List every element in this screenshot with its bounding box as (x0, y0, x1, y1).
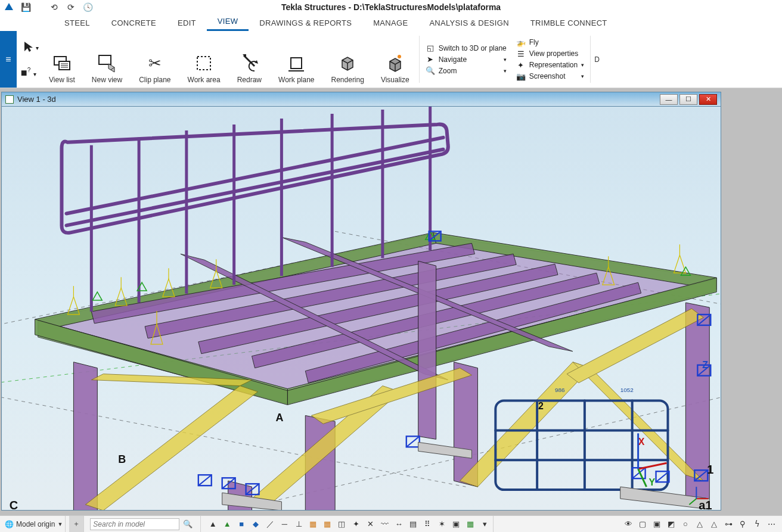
sel-box2-icon[interactable]: ▣ (651, 518, 663, 530)
tab-analysis[interactable]: ANALYSIS & DESIGN (418, 16, 519, 31)
svg-text:Y: Y (649, 477, 656, 487)
ribbon-redraw[interactable]: Redraw (229, 31, 270, 88)
ribbon-clip-plane[interactable]: ✂ Clip plane (131, 31, 179, 88)
properties-icon: ☰ (516, 49, 526, 58)
svg-text:C: C (10, 499, 18, 510)
search-input[interactable] (90, 518, 179, 530)
sel-box1-icon[interactable]: ▢ (637, 518, 648, 530)
snap-slash-icon[interactable]: ／ (264, 518, 276, 530)
snap-axis-icon[interactable]: ✶ (436, 518, 448, 530)
select-filter-icon[interactable]: ■? ▾ (21, 67, 36, 79)
svg-marker-29 (73, 362, 97, 510)
sel-circle-icon[interactable]: ○ (679, 518, 691, 530)
representation-button[interactable]: ✦Representation▾ (516, 60, 584, 70)
sel-box3-icon[interactable]: ◩ (665, 518, 677, 530)
work-plane-icon (286, 53, 306, 73)
undo-icon[interactable]: ⟲ (49, 2, 60, 13)
view-minimize-button[interactable]: — (660, 94, 678, 105)
snap-grid1-icon[interactable]: ▦ (307, 518, 319, 530)
camera-icon: 📷 (516, 71, 526, 81)
view-list-label: View list (49, 76, 75, 84)
svg-text:986: 986 (555, 387, 565, 393)
fly-button[interactable]: 🚁Fly (516, 38, 584, 47)
view-close-button[interactable]: ✕ (699, 94, 717, 105)
sel-warn-icon[interactable]: △ (708, 518, 720, 530)
screenshot-button[interactable]: 📷Screenshot▾ (516, 71, 584, 81)
app-title: Tekla Structures - D:\TeklaStructuresMod… (281, 2, 501, 12)
snap-tri-icon[interactable]: ▲ (221, 518, 233, 530)
svg-text:B: B (118, 453, 126, 465)
view-list-icon (52, 53, 72, 73)
snap-curve-icon[interactable]: 〰 (378, 518, 390, 530)
svg-text:A: A (275, 412, 283, 424)
snap-misc1-icon[interactable]: ◫ (336, 518, 347, 530)
ribbon-sidecol-1: ◱Switch to 3D or plane ➤Navigate▾ 🔍Zoom▾ (421, 31, 511, 88)
snap-table-icon[interactable]: ▤ (407, 518, 419, 530)
clip-plane-label: Clip plane (139, 76, 170, 84)
svg-line-43 (66, 150, 443, 226)
snap-cross-icon[interactable]: ✕ (364, 518, 376, 530)
zoom-icon: 🔍 (426, 66, 435, 76)
ribbon-truncated: D (592, 31, 602, 88)
tab-steel[interactable]: STEEL (54, 16, 101, 31)
fly-icon: 🚁 (516, 38, 526, 47)
tab-concrete[interactable]: CONCRETE (101, 16, 167, 31)
svg-line-80 (638, 463, 667, 469)
view-canvas[interactable]: 986 1052 (2, 107, 721, 510)
zoom-button[interactable]: 🔍Zoom▾ (426, 66, 507, 76)
work-plane-label: Work plane (278, 76, 314, 84)
snap-misc2-icon[interactable]: ✦ (350, 518, 362, 530)
sel-misc-icon[interactable]: ⋯ (765, 518, 777, 530)
ribbon-new-view[interactable]: New view (83, 31, 131, 88)
snap-dots-icon[interactable]: ⠿ (421, 518, 433, 530)
sel-weld-icon[interactable]: ϟ (751, 518, 763, 530)
selection-toolbar: 👁 ▢ ▣ ◩ ○ △ △ ⊶ ⚲ ϟ ⋯ (620, 516, 780, 532)
workspace: View 1 - 3d — ☐ ✕ (0, 88, 782, 515)
view-maximize-button[interactable]: ☐ (679, 94, 697, 105)
tab-view[interactable]: VIEW (207, 14, 249, 31)
svg-text:1: 1 (707, 463, 713, 476)
eye-icon[interactable]: 👁 (622, 518, 634, 530)
cursor-icon[interactable]: ▾ (22, 40, 35, 56)
snap-dim-icon[interactable]: ↔ (393, 518, 405, 530)
switch-3d-button[interactable]: ◱Switch to 3D or plane (426, 43, 507, 53)
ribbon-side-handle[interactable]: ≡ (0, 31, 17, 88)
navigate-button[interactable]: ➤Navigate▾ (426, 55, 507, 64)
quick-selection-col: ▾ ■? ▾ (17, 31, 41, 88)
tab-drawings[interactable]: DRAWINGS & REPORTS (249, 16, 362, 31)
snap-ortho-icon[interactable]: ⊥ (293, 518, 305, 530)
add-button[interactable]: ＋ (69, 516, 84, 532)
tab-manage[interactable]: MANAGE (362, 16, 418, 31)
ribbon-work-plane[interactable]: Work plane (270, 31, 322, 88)
ribbon-rendering[interactable]: Rendering (323, 31, 373, 88)
snap-green-grid-icon[interactable]: ▦ (464, 518, 476, 530)
sel-bolt-icon[interactable]: ⚲ (737, 518, 749, 530)
redraw-label: Redraw (237, 76, 262, 84)
ribbon-visualize[interactable]: Visualize (373, 31, 418, 88)
save-icon[interactable]: 💾 (20, 2, 31, 13)
svg-rect-7 (291, 58, 302, 69)
snap-more-icon[interactable]: ▾ (479, 518, 491, 530)
sel-node-icon[interactable]: ⊶ (722, 518, 734, 530)
ribbon-work-area[interactable]: Work area (179, 31, 229, 88)
tab-edit[interactable]: EDIT (167, 16, 207, 31)
view-titlebar[interactable]: View 1 - 3d — ☐ ✕ (2, 92, 721, 107)
snap-rgb-icon[interactable]: ▣ (450, 518, 462, 530)
history-icon[interactable]: 🕓 (82, 2, 93, 13)
search-icon[interactable]: 🔍 (182, 518, 194, 530)
tab-trimble[interactable]: TRIMBLE CONNECT (520, 16, 618, 31)
view-properties-button[interactable]: ☰View properties (516, 49, 584, 58)
redo-icon[interactable]: ⟳ (66, 2, 76, 13)
snap-line-icon[interactable]: ─ (278, 518, 290, 530)
ribbon-view-list[interactable]: View list (41, 31, 83, 88)
cursor-tool-icon[interactable]: ▲ (207, 518, 219, 530)
snap-square-icon[interactable]: ■ (235, 518, 247, 530)
svg-marker-31 (418, 261, 436, 439)
snap-diamond-icon[interactable]: ◆ (250, 518, 262, 530)
sel-tri-icon[interactable]: △ (694, 518, 706, 530)
svg-line-42 (66, 138, 443, 214)
new-view-icon (97, 53, 117, 73)
snap-grid2-icon[interactable]: ▦ (321, 518, 333, 530)
search-segment: 🔍 (88, 516, 201, 532)
coord-origin-dropdown[interactable]: 🌐 Model origin ▼ (2, 516, 66, 532)
